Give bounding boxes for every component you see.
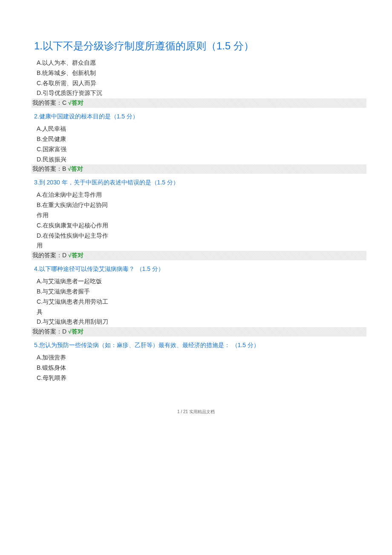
option-c: C.国家富强 bbox=[37, 144, 75, 155]
answer-bar: 我的答案：D √答对 bbox=[32, 251, 366, 260]
answer-label: 我的答案： bbox=[32, 328, 62, 335]
option-d: D.引导优质医疗资源下沉 bbox=[37, 88, 113, 98]
check-correct: √答对 bbox=[68, 252, 84, 259]
options-list: A.在治未病中起主导作用 B.在重大疾病治疗中起协同作用 C.在疾病康复中起核心… bbox=[34, 190, 358, 251]
check-correct: √答对 bbox=[68, 165, 83, 172]
question-points: （1.5 分） bbox=[206, 40, 254, 52]
question-title: 3.到 2030 年，关于中医药的表述中错误的是（1.5 分） bbox=[34, 179, 358, 187]
check-mark-icon: √ bbox=[68, 99, 72, 106]
check-text: 答对 bbox=[71, 165, 83, 172]
option-c: C.在疾病康复中起核心作用 bbox=[37, 221, 113, 231]
option-c: C.母乳喂养 bbox=[37, 373, 75, 383]
option-a: A.以人为本、群众自愿 bbox=[37, 58, 113, 68]
question-title: 1.以下不是分级诊疗制度所遵循的原则（1.5 分） bbox=[34, 39, 358, 53]
answer-letter: D bbox=[62, 252, 66, 259]
question-text: 2.健康中国建设的根本目的是 bbox=[34, 113, 111, 120]
answer-bar: 我的答案：C √答对 bbox=[32, 98, 366, 108]
option-a: A.加强营养 bbox=[37, 353, 75, 363]
question-5: 5.您认为预防一些传染病（如：麻疹、乙肝等）最有效、最经济的措施是： （1.5 … bbox=[34, 342, 358, 383]
answer-label: 我的答案： bbox=[32, 165, 62, 172]
option-b: B.锻炼身体 bbox=[37, 363, 75, 373]
answer-bar: 我的答案：D √答对 bbox=[32, 327, 366, 336]
question-4: 4.以下哪种途径可以传染艾滋病病毒？ （1.5 分） A.与艾滋病患者一起吃饭 … bbox=[34, 265, 358, 336]
option-d: D.在传染性疾病中起主导作用 bbox=[37, 231, 113, 251]
option-b: B.与艾滋病患者握手 bbox=[37, 287, 164, 297]
check-text: 答对 bbox=[72, 252, 84, 259]
check-mark-icon: √ bbox=[68, 328, 72, 335]
question-text: 4.以下哪种途径可以传染艾滋病病毒？ bbox=[34, 265, 135, 272]
options-list: A.人民幸福 B.全民健康 C.国家富强 D.民族振兴 bbox=[34, 124, 358, 164]
option-b: B.在重大疾病治疗中起协同作用 bbox=[37, 200, 113, 221]
answer-letter: D bbox=[62, 328, 66, 335]
question-1: 1.以下不是分级诊疗制度所遵循的原则（1.5 分） A.以人为本、群众自愿 B.… bbox=[34, 39, 358, 108]
options-list: A.加强营养 B.锻炼身体 C.母乳喂养 bbox=[34, 353, 358, 383]
check-correct: √答对 bbox=[68, 99, 84, 106]
answer-label: 我的答案： bbox=[32, 252, 62, 259]
question-title: 5.您认为预防一些传染病（如：麻疹、乙肝等）最有效、最经济的措施是： （1.5 … bbox=[34, 342, 358, 349]
check-text: 答对 bbox=[72, 99, 84, 106]
answer-bar: 我的答案：B √答对 bbox=[32, 164, 366, 174]
option-c: C.与艾滋病患者共用劳动工具 bbox=[37, 297, 113, 317]
options-list: A.与艾滋病患者一起吃饭 B.与艾滋病患者握手 C.与艾滋病患者共用劳动工具 D… bbox=[34, 276, 358, 327]
options-list: A.以人为本、群众自愿 B.统筹城乡、创新机制 C.各取所需、因人而异 D.引导… bbox=[34, 58, 358, 98]
check-mark-icon: √ bbox=[68, 165, 71, 172]
option-b: B.全民健康 bbox=[37, 134, 75, 144]
answer-letter: B bbox=[62, 165, 66, 172]
question-title: 2.健康中国建设的根本目的是（1.5 分） bbox=[34, 113, 358, 121]
option-a: A.在治未病中起主导作用 bbox=[37, 190, 113, 200]
question-text: 1.以下不是分级诊疗制度所遵循的原则 bbox=[34, 40, 206, 52]
question-points: （1.5 分） bbox=[111, 113, 138, 120]
question-text: 5.您认为预防一些传染病（如：麻疹、乙肝等）最有效、最经济的措施是： bbox=[34, 342, 230, 348]
question-3: 3.到 2030 年，关于中医药的表述中错误的是（1.5 分） A.在治未病中起… bbox=[34, 179, 358, 260]
page-footer: 1 / 21 实用精品文档 bbox=[34, 409, 358, 415]
question-points: （1.5 分） bbox=[232, 342, 259, 348]
question-points: （1.5 分） bbox=[136, 265, 164, 272]
option-b: B.统筹城乡、创新机制 bbox=[37, 68, 113, 78]
option-d: D.民族振兴 bbox=[37, 155, 75, 165]
check-correct: √答对 bbox=[68, 328, 84, 335]
check-text: 答对 bbox=[72, 328, 84, 335]
question-2: 2.健康中国建设的根本目的是（1.5 分） A.人民幸福 B.全民健康 C.国家… bbox=[34, 113, 358, 174]
option-a: A.与艾滋病患者一起吃饭 bbox=[37, 276, 113, 287]
option-a: A.人民幸福 bbox=[37, 124, 75, 134]
check-mark-icon: √ bbox=[68, 252, 72, 259]
answer-label: 我的答案： bbox=[32, 99, 62, 106]
answer-letter: C bbox=[62, 99, 66, 106]
question-title: 4.以下哪种途径可以传染艾滋病病毒？ （1.5 分） bbox=[34, 265, 358, 273]
question-points: （1.5 分） bbox=[151, 179, 179, 186]
option-c: C.各取所需、因人而异 bbox=[37, 78, 113, 89]
option-d: D.与艾滋病患者共用刮胡刀 bbox=[37, 317, 113, 327]
question-text: 3.到 2030 年，关于中医药的表述中错误的是 bbox=[34, 179, 151, 186]
